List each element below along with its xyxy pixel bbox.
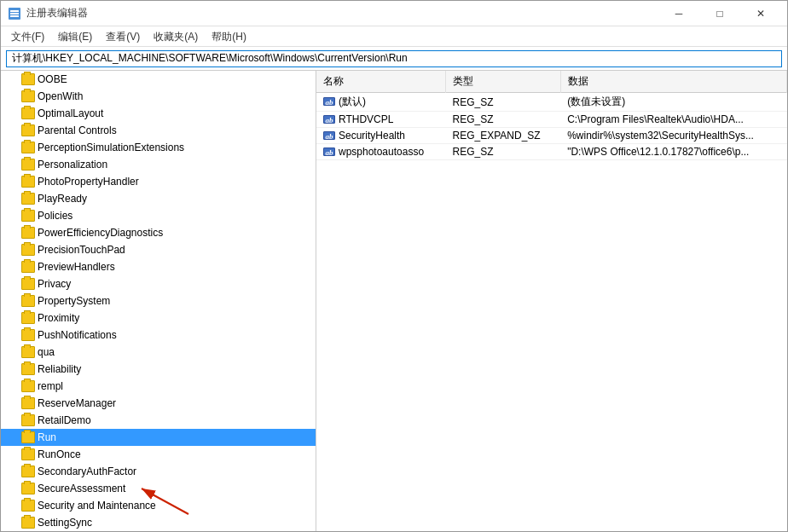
expander-openwith[interactable]: > [1,92,21,101]
folder-icon-optimallayout [21,107,35,119]
tree-item-label-runonce: RunOnce [38,448,316,460]
tree-item-qua[interactable]: qua [1,344,316,361]
tree-item-privacy[interactable]: Privacy [1,275,316,292]
tree-item-label-propertysystem: PropertySystem [38,295,316,307]
reg-icon-2: ab [323,131,335,140]
col-name: 名称 [316,71,446,93]
tree-item-label-openwith: OpenWith [38,90,316,102]
tree-item-label-qua: qua [38,346,316,358]
folder-icon-oobe [21,73,35,85]
address-bar [1,47,787,71]
cell-data-2: %windir%\system32\SecurityHealthSys... [560,128,786,144]
tree-item-parentalcontrols[interactable]: Parental Controls [1,122,316,139]
svg-rect-1 [10,10,19,12]
folder-icon-pushnotifications [21,329,35,341]
tree-item-runonce[interactable]: RunOnce [1,446,316,463]
app-icon [8,7,21,20]
tree-item-securityandmaintenance[interactable]: Security and Maintenance [1,497,316,514]
tree-item-reservemanager[interactable]: ReserveManager [1,395,316,412]
tree-item-label-personalization: Personalization [38,159,316,171]
folder-icon-secureassessment [21,483,35,494]
tree-item-retaildemo[interactable]: RetailDemo [1,412,316,429]
tree-item-policies[interactable]: >Policies [1,207,316,224]
menu-item-a[interactable]: 收藏夹(A) [147,28,205,44]
tree-item-precisiontouchpad[interactable]: PrecisionTouchPad [1,241,316,258]
tree-item-label-parentalcontrols: Parental Controls [38,124,316,136]
tree-item-secondaryauthfactor[interactable]: SecondaryAuthFactor [1,463,316,480]
folder-icon-settingsync [21,517,35,529]
tree-item-reliability[interactable]: Reliability [1,361,316,378]
title-bar: 注册表编辑器 ─ □ ✕ [1,1,787,26]
expander-personalization[interactable]: > [1,160,21,170]
main-content-wrapper: OOBE>OpenWithOptimalLayoutParental Contr… [1,71,787,531]
detail-row-3[interactable]: abwpsphotoautoassoREG_SZ"D:\WPS Office\1… [316,144,787,160]
window-title: 注册表编辑器 [26,6,88,20]
cell-type-2: REG_EXPAND_SZ [446,128,561,144]
folder-icon-runonce [21,448,35,460]
tree-item-photopropertyhandler[interactable]: PhotoPropertyHandler [1,173,316,190]
cell-data-3: "D:\WPS Office\12.1.0.17827\office6\p... [560,144,786,160]
tree-item-playready[interactable]: PlayReady [1,190,316,207]
tree-item-openwith[interactable]: >OpenWith [1,88,316,105]
address-input[interactable] [6,50,782,67]
tree-item-label-proximity: Proximity [38,312,316,324]
main-window: 注册表编辑器 ─ □ ✕ 文件(F)编辑(E)查看(V)收藏夹(A)帮助(H) … [0,0,788,532]
menu-bar: 文件(F)编辑(E)查看(V)收藏夹(A)帮助(H) [1,26,787,47]
tree-item-powerefficiencydiagnostics[interactable]: PowerEfficiencyDiagnostics [1,224,316,241]
detail-header-row: 名称 类型 数据 [316,71,787,93]
menu-item-e[interactable]: 编辑(E) [51,28,99,44]
detail-panel[interactable]: 名称 类型 数据 ab(默认)REG_SZ(数值未设置)abRTHDVCPLRE… [316,71,787,531]
tree-item-proximity[interactable]: Proximity [1,309,316,327]
folder-icon-powerefficiencydiagnostics [21,227,35,239]
tree-item-propertysystem[interactable]: PropertySystem [1,292,316,309]
folder-icon-personalization [21,159,35,171]
tree-item-rempl[interactable]: rempl [1,378,316,395]
svg-rect-3 [10,15,19,17]
minimize-button[interactable]: ─ [659,4,698,23]
folder-icon-parentalcontrols [21,124,35,136]
maximize-button[interactable]: □ [700,4,739,23]
main-content: OOBE>OpenWithOptimalLayoutParental Contr… [1,71,787,531]
tree-item-label-securityandmaintenance: Security and Maintenance [38,500,316,512]
menu-item-h[interactable]: 帮助(H) [205,28,253,44]
tree-panel[interactable]: OOBE>OpenWithOptimalLayoutParental Contr… [1,71,316,531]
menu-item-f[interactable]: 文件(F) [4,28,51,44]
menu-item-v[interactable]: 查看(V) [99,28,147,44]
folder-icon-privacy [21,278,35,290]
cell-data-0: (数值未设置) [560,93,786,112]
cell-name-0: ab(默认) [316,93,446,112]
folder-icon-rempl [21,380,35,392]
cell-name-3: abwpsphotoautoasso [316,144,446,160]
cell-name-1: abRTHDVCPL [316,112,446,128]
tree-item-optimallayout[interactable]: OptimalLayout [1,105,316,122]
tree-item-run[interactable]: Run [1,429,316,446]
tree-item-label-secureassessment: SecureAssessment [38,483,316,494]
folder-icon-secondaryauthfactor [21,466,35,477]
tree-item-personalization[interactable]: >Personalization [1,156,316,173]
tree-item-secureassessment[interactable]: SecureAssessment [1,480,316,497]
tree-item-label-secondaryauthfactor: SecondaryAuthFactor [38,466,316,477]
tree-item-perceptionsimulationextensions[interactable]: PerceptionSimulationExtensions [1,139,316,156]
tree-item-pushnotifications[interactable]: PushNotifications [1,327,316,344]
tree-item-settingsync[interactable]: SettingSync [1,514,316,531]
tree-item-label-photopropertyhandler: PhotoPropertyHandler [38,176,316,188]
tree-item-label-reservemanager: ReserveManager [38,397,316,409]
close-button[interactable]: ✕ [741,4,780,23]
detail-row-2[interactable]: abSecurityHealthREG_EXPAND_SZ%windir%\sy… [316,128,787,144]
detail-row-1[interactable]: abRTHDVCPLREG_SZC:\Program Files\Realtek… [316,112,787,128]
tree-item-previewhandlers[interactable]: PreviewHandlers [1,258,316,275]
tree-item-label-previewhandlers: PreviewHandlers [38,261,316,273]
cell-type-1: REG_SZ [446,112,561,128]
folder-icon-precisiontouchpad [21,244,35,256]
detail-row-0[interactable]: ab(默认)REG_SZ(数值未设置) [316,93,787,112]
folder-icon-proximity [21,312,35,324]
reg-icon-1: ab [323,115,335,124]
tree-item-label-policies: Policies [38,210,316,222]
title-controls: ─ □ ✕ [659,4,780,23]
tree-item-label-pushnotifications: PushNotifications [38,329,316,341]
col-type: 类型 [446,71,561,93]
expander-policies[interactable]: > [1,211,21,221]
svg-rect-2 [10,13,19,14]
folder-icon-run [21,431,35,443]
tree-item-oobe[interactable]: OOBE [1,71,316,88]
